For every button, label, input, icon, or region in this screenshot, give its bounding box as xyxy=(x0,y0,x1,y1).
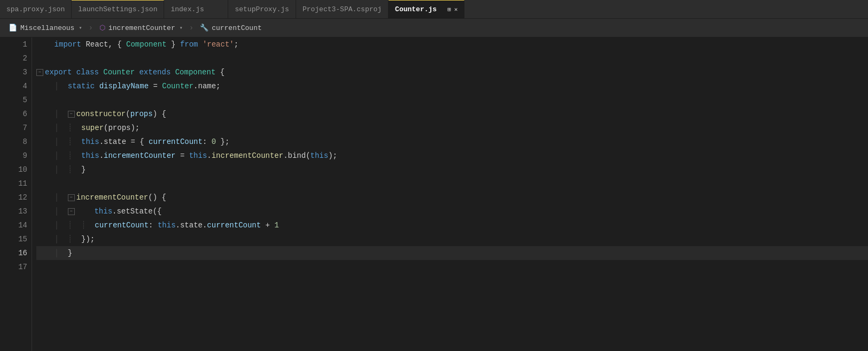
tab-spa-proxy[interactable]: spa.proxy.json xyxy=(0,0,72,18)
tab-close-icon[interactable]: ⊞ xyxy=(447,6,451,13)
code-line-8: │ ┊ this.state = { currentCount: 0 }; xyxy=(36,135,868,149)
line-number-12: 12 xyxy=(9,190,27,204)
indent-guides: │ xyxy=(36,246,68,260)
token: Component xyxy=(126,37,167,51)
tab-label: index.js xyxy=(170,5,204,13)
tab-bar: spa.proxy.json launchSettings.json index… xyxy=(0,0,868,19)
token xyxy=(36,37,55,51)
token: this xyxy=(81,135,99,149)
token xyxy=(99,65,103,79)
token xyxy=(170,65,175,79)
tab-index-js[interactable]: index.js xyxy=(164,0,228,18)
tab-label: setupProxy.js xyxy=(235,5,289,13)
token: extends xyxy=(139,65,170,79)
indent-guides: │ ┊ xyxy=(36,121,81,135)
line-number-9: 9 xyxy=(9,149,27,163)
token: .state = { xyxy=(99,135,149,149)
fold-icon[interactable]: − xyxy=(68,208,75,215)
token: static xyxy=(68,79,95,93)
token: = xyxy=(149,79,162,93)
token: }; xyxy=(216,135,229,149)
tab-label: Project3-SPA.csproj xyxy=(303,5,382,13)
tab-project3-spa[interactable]: Project3-SPA.csproj xyxy=(296,0,389,18)
indent-guides: │ ┊ xyxy=(36,163,81,177)
token: 'react' xyxy=(203,37,234,51)
token: .setState({ xyxy=(112,204,161,218)
token xyxy=(72,65,76,79)
tab-counter-js[interactable]: Counter.js ⊞ ✕ xyxy=(389,0,464,18)
token xyxy=(95,79,99,93)
chevron-down-icon[interactable]: ▾ xyxy=(79,25,82,31)
code-line-1: import React, { Component } from 'react'… xyxy=(36,37,868,51)
line-number-6: 6 xyxy=(9,107,27,121)
line-number-10: 10 xyxy=(9,163,27,177)
fold-icon[interactable]: − xyxy=(68,194,75,201)
line-number-15: 15 xyxy=(9,232,27,246)
token: Counter xyxy=(162,79,193,93)
code-line-14: │ ┊ ┊ currentCount: this.state.currentCo… xyxy=(36,218,868,232)
token: } xyxy=(81,163,86,177)
code-line-7: │ ┊ super(props); xyxy=(36,121,868,135)
token: }); xyxy=(81,232,95,246)
token: : xyxy=(149,218,158,232)
indent-guides: │ ┊ xyxy=(36,135,81,149)
token: displayName xyxy=(99,79,149,93)
token: { xyxy=(215,65,224,79)
tab-setup-proxy[interactable]: setupProxy.js xyxy=(228,0,296,18)
line-number-17: 17 xyxy=(9,260,27,274)
token: React, { xyxy=(81,37,126,51)
token: props xyxy=(130,107,153,121)
code-line-4: │ static displayName = Counter.name; xyxy=(36,79,868,93)
code-line-6: │ −constructor(props) { xyxy=(36,107,868,121)
token: this xyxy=(158,218,176,232)
token: = xyxy=(175,149,189,163)
token: this xyxy=(94,204,112,218)
chevron-down-icon-2[interactable]: ▾ xyxy=(180,25,183,31)
tab-pin-icon[interactable]: ✕ xyxy=(454,6,458,13)
breadcrumb-divider-1: › xyxy=(86,24,95,32)
tab-label: launchSettings.json xyxy=(78,5,157,13)
code-line-11 xyxy=(36,177,868,190)
token: this xyxy=(81,149,99,163)
line-number-gutter: 1234567891011121314151617 xyxy=(0,37,32,351)
code-line-5 xyxy=(36,93,868,107)
indent-guides: │ ┊ ┊ xyxy=(36,218,95,232)
token: () { xyxy=(148,190,166,204)
indent-guides: │ ┊ xyxy=(36,149,81,163)
tab-label: spa.proxy.json xyxy=(6,5,65,13)
token: : xyxy=(203,135,212,149)
token: (props); xyxy=(104,121,140,135)
indent-guides: │ xyxy=(36,204,68,218)
breadcrumb-miscellaneous[interactable]: 📄 Miscellaneous ▾ xyxy=(4,24,86,32)
breadcrumb-current-count-label: currentCount xyxy=(212,24,262,32)
token: export xyxy=(45,65,72,79)
token: Counter xyxy=(103,65,135,79)
code-line-17 xyxy=(36,260,868,274)
token: this xyxy=(189,149,207,163)
token: import xyxy=(55,37,81,51)
token: .state. xyxy=(176,218,207,232)
breadcrumb-increment-counter[interactable]: ⬡ incrementCounter ▾ xyxy=(95,24,187,32)
breadcrumb-current-count[interactable]: 🔧 currentCount xyxy=(196,24,266,32)
token: incrementCounter xyxy=(212,149,283,163)
token: incrementCounter xyxy=(76,190,148,204)
token: Component xyxy=(175,65,216,79)
code-content[interactable]: import React, { Component } from 'react'… xyxy=(32,37,868,351)
breadcrumb-increment-counter-label: incrementCounter xyxy=(108,24,175,32)
token: ; xyxy=(234,37,238,51)
token: } xyxy=(68,246,72,260)
line-number-2: 2 xyxy=(9,51,27,65)
line-number-1: 1 xyxy=(9,37,27,51)
token: currentCount xyxy=(95,218,149,232)
code-line-2 xyxy=(36,51,868,65)
token: ) { xyxy=(153,107,166,121)
code-line-9: │ ┊ this.incrementCounter = this.increme… xyxy=(36,149,868,163)
token: 1 xyxy=(274,218,278,232)
line-number-5: 5 xyxy=(9,93,27,107)
breadcrumb-bar: 📄 Miscellaneous ▾ › ⬡ incrementCounter ▾… xyxy=(0,19,868,37)
fold-icon[interactable]: − xyxy=(36,69,43,76)
tab-launch-settings[interactable]: launchSettings.json xyxy=(72,0,164,18)
token: class xyxy=(76,65,99,79)
breadcrumb-divider-2: › xyxy=(187,24,196,32)
fold-icon[interactable]: − xyxy=(68,111,75,118)
